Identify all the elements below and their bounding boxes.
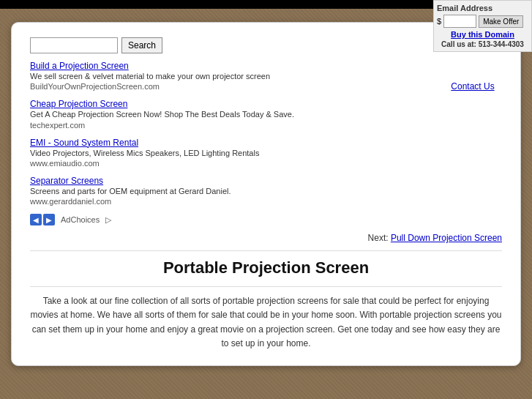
- ad-title-1[interactable]: Build a Projection Screen: [30, 61, 429, 71]
- ad-item: Separator Screens Screens and parts for …: [30, 176, 429, 206]
- domain-offer-box: Email Address $ Make Offer Buy this Doma…: [433, 0, 532, 52]
- prev-arrow-button[interactable]: ◀: [30, 214, 42, 225]
- next-label: Next:: [368, 233, 391, 243]
- adchoices-row: ◀ ▶ AdChoices ▷: [30, 214, 429, 225]
- divider: [30, 250, 502, 251]
- prev-arrow-icon: ◀: [33, 216, 39, 224]
- ad-title-4[interactable]: Separator Screens: [30, 176, 429, 186]
- offer-input-row: $ Make Offer: [437, 15, 528, 28]
- make-offer-button[interactable]: Make Offer: [479, 15, 523, 28]
- ad-desc-2: Get A Cheap Projection Screen Now! Shop …: [30, 110, 294, 119]
- ad-url-3: www.emiaudio.com: [30, 159, 100, 168]
- ads-list: Build a Projection Screen We sell screen…: [30, 61, 429, 206]
- ad-desc-3: Video Projectors, Wireless Mics Speakers…: [30, 149, 259, 157]
- next-page-link[interactable]: Pull Down Projection Screen: [391, 233, 502, 243]
- ad-section: Search Build a Projection Screen We sell…: [30, 37, 502, 225]
- ad-title-3[interactable]: EMI - Sound System Rental: [30, 138, 429, 148]
- divider-2: [30, 286, 502, 287]
- ad-item: EMI - Sound System Rental Video Projecto…: [30, 138, 429, 168]
- ad-desc-1: We sell screen & velvet material to make…: [30, 72, 270, 81]
- adchoices-label: AdChoices: [61, 215, 100, 224]
- ad-url-4: www.gerarddaniel.com: [30, 197, 111, 206]
- next-arrow-button[interactable]: ▶: [43, 214, 55, 225]
- buy-domain-link[interactable]: Buy this Domain: [437, 30, 528, 39]
- next-row: Next: Pull Down Projection Screen: [30, 233, 502, 243]
- search-button[interactable]: Search: [121, 37, 162, 53]
- call-us-text: Call us at: 513-344-4303: [437, 40, 528, 48]
- left-column: Search Build a Projection Screen We sell…: [30, 37, 429, 225]
- ad-title-2[interactable]: Cheap Projection Screen: [30, 99, 429, 109]
- email-label: Email Address: [437, 4, 528, 12]
- ad-url-2: techexpert.com: [30, 121, 85, 130]
- adchoices-icon: ▷: [105, 215, 111, 225]
- page-title: Portable Projection Screen: [30, 258, 502, 277]
- search-row: Search: [30, 37, 429, 53]
- dollar-sign: $: [437, 17, 441, 26]
- right-column: Contact Us: [443, 37, 502, 225]
- ad-item: Cheap Projection Screen Get A Cheap Proj…: [30, 99, 429, 130]
- body-text: Take a look at our fine collection of al…: [30, 294, 502, 351]
- search-input[interactable]: [30, 37, 118, 53]
- main-card: Search Build a Projection Screen We sell…: [11, 22, 521, 366]
- offer-input[interactable]: [443, 15, 476, 28]
- contact-us-link[interactable]: Contact Us: [451, 81, 494, 92]
- ad-desc-4: Screens and parts for OEM equipment at G…: [30, 187, 231, 195]
- ad-url-1: BuildYourOwnProjectionScreen.com: [30, 82, 160, 91]
- next-arrow-icon: ▶: [46, 216, 52, 224]
- nav-arrows: ◀ ▶: [30, 214, 55, 225]
- ad-item: Build a Projection Screen We sell screen…: [30, 61, 429, 92]
